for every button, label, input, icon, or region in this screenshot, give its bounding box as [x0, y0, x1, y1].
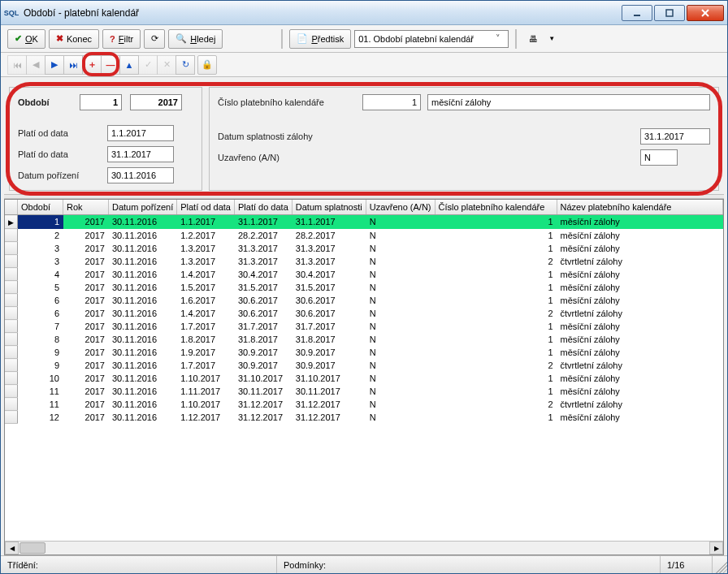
report-select[interactable]: 01. Období platební kalendář ˅ — [354, 30, 509, 48]
cell-dp: 30.11.2016 — [109, 255, 177, 268]
cell-rok: 2017 — [63, 385, 109, 398]
ok-button[interactable]: ✔ OK — [7, 29, 46, 49]
col-rok[interactable]: Rok — [63, 200, 109, 215]
row-indicator — [5, 268, 18, 281]
grid-scroll-area[interactable]: Období Rok Datum pořízení Platí od data … — [5, 200, 723, 541]
refresh-record-button[interactable]: ↻ — [176, 55, 195, 75]
cell-rok: 2017 — [63, 268, 109, 281]
first-record-button[interactable]: ⏮ — [7, 55, 27, 75]
predtisk-button[interactable]: 📄 Předtisk — [289, 29, 351, 49]
cell-uz: N — [366, 215, 435, 229]
splatnost-input[interactable]: 31.1.2017 — [640, 128, 710, 145]
refresh-button[interactable]: ⟳ — [144, 29, 165, 49]
filtr-button[interactable]: ? Filtr — [102, 29, 141, 49]
table-row[interactable]: 8201730.11.20161.8.201731.8.201731.8.201… — [5, 333, 723, 346]
table-row[interactable]: 3201730.11.20161.3.201731.3.201731.3.201… — [5, 242, 723, 255]
row-indicator — [5, 307, 18, 320]
col-do[interactable]: Platí do data — [234, 200, 292, 215]
table-row[interactable]: 11201730.11.20161.10.201731.12.201731.12… — [5, 398, 723, 411]
chevron-down-icon: ˅ — [492, 33, 505, 44]
period-number-input[interactable]: 1 — [80, 94, 122, 110]
maximize-button[interactable] — [654, 5, 685, 21]
lock-button[interactable]: 🔒 — [197, 55, 217, 75]
x-icon: ✖ — [56, 33, 63, 44]
konec-button[interactable]: ✖ Konec — [49, 29, 99, 49]
table-row[interactable]: 6201730.11.20161.6.201730.6.201730.6.201… — [5, 294, 723, 307]
col-nazev[interactable]: Název platebního kalendáře — [557, 200, 723, 215]
table-row[interactable]: 7201730.11.20161.7.201731.7.201731.7.201… — [5, 320, 723, 333]
delete-record-button[interactable]: — — [101, 55, 120, 75]
cell-uz: N — [366, 294, 435, 307]
close-button[interactable] — [687, 5, 724, 21]
datum-porizeni-input[interactable]: 30.11.2016 — [107, 167, 174, 183]
cell-nazev: čtvrtletní zálohy — [557, 307, 723, 320]
table-row[interactable]: 11201730.11.20161.11.201730.11.201730.11… — [5, 385, 723, 398]
post-record-button[interactable]: ✓ — [138, 55, 158, 75]
table-row[interactable]: 12201730.11.20161.12.201731.12.201731.12… — [5, 411, 723, 424]
cell-uz: N — [366, 255, 435, 268]
cell-do: 30.9.2017 — [234, 359, 292, 372]
cell-obdobi: 2 — [18, 229, 63, 242]
cell-obdobi: 11 — [18, 385, 63, 398]
cell-rok: 2017 — [63, 372, 109, 385]
col-sp[interactable]: Datum splatnosti — [292, 200, 366, 215]
col-od[interactable]: Platí od data — [177, 200, 235, 215]
plati-do-input[interactable]: 31.1.2017 — [107, 146, 174, 162]
table-row[interactable]: 3201730.11.20161.3.201731.3.201731.3.201… — [5, 255, 723, 268]
cell-sp: 31.5.2017 — [292, 281, 366, 294]
app-window: SQL Období - platební kalendář ✔ OK ✖ Ko… — [0, 0, 728, 574]
print-button[interactable]: 🖶 — [523, 29, 543, 49]
cell-od: 1.10.2017 — [177, 398, 235, 411]
table-row[interactable]: 10201730.11.20161.10.201731.10.201731.10… — [5, 372, 723, 385]
table-row[interactable]: 5201730.11.20161.5.201731.5.201731.5.201… — [5, 281, 723, 294]
table-row[interactable]: 4201730.11.20161.4.201730.4.201730.4.201… — [5, 268, 723, 281]
table-row[interactable]: 1201730.11.20161.1.201731.1.201731.1.201… — [5, 215, 723, 229]
table-row[interactable]: 6201730.11.20161.4.201730.6.201730.6.201… — [5, 307, 723, 320]
next-record-button[interactable]: ▶ — [45, 55, 64, 75]
insert-record-button[interactable]: ＋ — [82, 55, 102, 75]
cell-nazev: měsíční zálohy — [557, 268, 723, 281]
row-indicator — [5, 411, 18, 424]
main-toolbar: ✔ OK ✖ Konec ? Filtr ⟳ 🔍 Hledej 📄 Předti… — [1, 25, 727, 53]
cislo-input[interactable]: 1 — [362, 94, 421, 110]
cell-uz: N — [366, 281, 435, 294]
cell-cislo: 2 — [435, 398, 557, 411]
resize-grip[interactable] — [713, 559, 727, 573]
scroll-right-button[interactable]: ▶ — [709, 542, 723, 555]
print-dropdown[interactable]: ▼ — [546, 29, 557, 49]
col-uz[interactable]: Uzavřeno (A/N) — [366, 200, 435, 215]
scroll-left-button[interactable]: ◀ — [5, 542, 19, 555]
row-indicator — [5, 242, 18, 255]
last-record-button[interactable]: ⏭ — [63, 55, 83, 75]
scroll-thumb[interactable] — [20, 542, 46, 554]
uzavreno-input[interactable]: N — [640, 149, 678, 166]
table-row[interactable]: 2201730.11.20161.2.201728.2.201728.2.201… — [5, 229, 723, 242]
grid-header-rowhead[interactable] — [5, 200, 18, 215]
row-indicator — [5, 359, 18, 372]
cell-dp: 30.11.2016 — [109, 333, 177, 346]
grid-horizontal-scrollbar[interactable]: ◀ ▶ — [5, 541, 723, 555]
cell-nazev: měsíční zálohy — [557, 346, 723, 359]
cell-od: 1.10.2017 — [177, 372, 235, 385]
col-obdobi[interactable]: Období — [18, 200, 63, 215]
cell-sp: 31.12.2017 — [292, 411, 366, 424]
minimize-button[interactable] — [622, 5, 652, 21]
lock-icon: 🔒 — [202, 59, 213, 70]
period-year-input[interactable]: 2017 — [130, 94, 182, 110]
cell-uz: N — [366, 372, 435, 385]
cell-dp: 30.11.2016 — [109, 215, 177, 229]
hledej-button[interactable]: 🔍 Hledej — [168, 29, 223, 49]
edit-record-button[interactable]: ▲ — [119, 55, 139, 75]
plati-od-input[interactable]: 1.1.2017 — [107, 125, 174, 141]
table-row[interactable]: 9201730.11.20161.7.201730.9.201730.9.201… — [5, 359, 723, 372]
col-cislo[interactable]: Číslo platebního kalendáře — [435, 200, 557, 215]
cell-dp: 30.11.2016 — [109, 268, 177, 281]
nazev-input[interactable]: měsíční zálohy — [427, 94, 710, 110]
cell-obdobi: 1 — [18, 215, 63, 229]
table-row[interactable]: 9201730.11.20161.9.201730.9.201730.9.201… — [5, 346, 723, 359]
cell-cislo: 1 — [435, 411, 557, 424]
cancel-record-button[interactable]: ✕ — [157, 55, 176, 75]
cell-nazev: měsíční zálohy — [557, 229, 723, 242]
prev-record-button[interactable]: ◀ — [26, 55, 46, 75]
col-dp[interactable]: Datum pořízení — [109, 200, 177, 215]
